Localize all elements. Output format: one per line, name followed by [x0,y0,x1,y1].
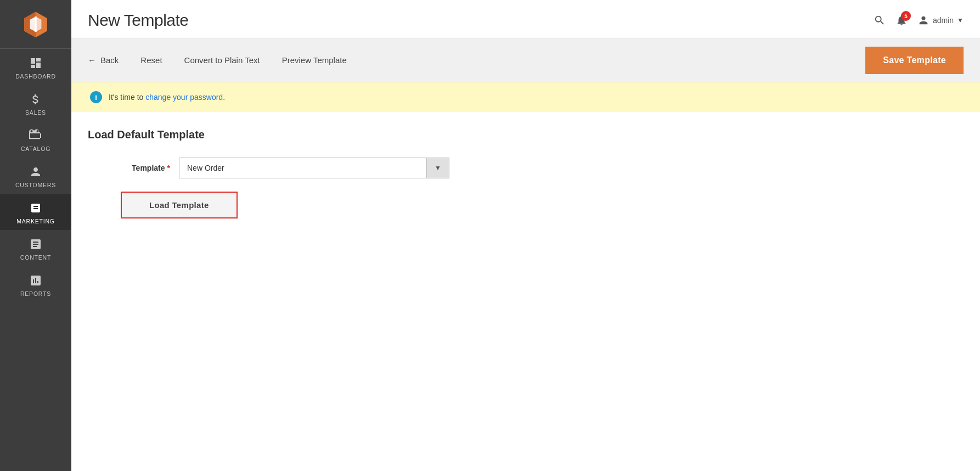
notification-count: 5 [901,11,911,21]
template-form-row: Template* New Order New Order for Guest … [121,158,964,178]
sidebar-item-catalog[interactable]: CATALOG [0,121,71,158]
sales-icon [29,93,42,106]
marketing-icon [29,201,42,215]
sidebar-item-content[interactable]: CONTENT [0,230,71,266]
convert-label: Convert to Plain Text [184,55,260,65]
dashboard-icon [29,57,42,70]
sidebar-logo [0,0,71,49]
template-select-wrapper: New Order New Order for Guest Order Upda… [179,158,449,178]
select-arrow-icon: ▼ [426,158,449,178]
content-label: CONTENT [20,254,51,261]
search-icon[interactable] [874,14,886,26]
catalog-icon [29,129,42,142]
save-template-button[interactable]: Save Template [865,47,964,74]
info-icon: i [90,91,102,103]
reset-label: Reset [140,55,162,65]
marketing-label: MARKETING [16,218,55,225]
action-toolbar: ← Back Reset Convert to Plain Text Previ… [71,38,980,82]
sidebar: DASHBOARD SALES CATALOG CUSTOMERS MARKET… [0,0,71,471]
dashboard-label: DASHBOARD [15,73,56,80]
top-header: New Template 5 admin ▼ [71,0,980,38]
admin-label: admin [933,16,954,25]
load-template-wrapper: Load Template [121,192,964,218]
sidebar-item-sales[interactable]: SALES [0,85,71,121]
sidebar-item-customers[interactable]: CUSTOMERS [0,158,71,194]
section-title: Load Default Template [88,128,964,141]
sidebar-item-reports[interactable]: REPORTS [0,266,71,302]
catalog-label: CATALOG [21,145,50,152]
customers-label: CUSTOMERS [15,182,56,188]
reports-label: REPORTS [20,290,51,297]
preview-template-button[interactable]: Preview Template [282,55,347,65]
required-star: * [167,164,170,172]
reset-button[interactable]: Reset [140,55,162,65]
load-template-button[interactable]: Load Template [121,192,238,218]
convert-to-plain-text-button[interactable]: Convert to Plain Text [184,55,260,65]
reports-icon [29,274,42,287]
magento-logo-icon [21,10,50,38]
content-area: Load Default Template Template* New Orde… [71,112,980,235]
sales-label: SALES [25,109,46,116]
template-select[interactable]: New Order New Order for Guest Order Upda… [179,158,426,178]
sidebar-item-marketing[interactable]: MARKETING [0,194,71,230]
notification-text: It's time to change your password. [109,93,225,102]
content-icon [29,238,42,251]
preview-label: Preview Template [282,55,347,65]
main-content: New Template 5 admin ▼ [71,0,980,471]
sidebar-item-dashboard[interactable]: DASHBOARD [0,49,71,85]
notification-bell[interactable]: 5 [895,14,908,26]
admin-user[interactable]: admin ▼ [917,14,964,26]
svg-rect-4 [35,16,36,32]
page-title: New Template [88,11,189,30]
back-button[interactable]: ← Back [88,55,119,65]
admin-dropdown-icon: ▼ [957,16,964,24]
change-password-link[interactable]: change your password [145,93,223,102]
back-arrow-icon: ← [88,55,96,65]
header-actions: 5 admin ▼ [874,14,964,26]
notification-bar: i It's time to change your password. [71,82,980,112]
customers-icon [29,165,42,178]
template-label: Template* [121,164,170,172]
